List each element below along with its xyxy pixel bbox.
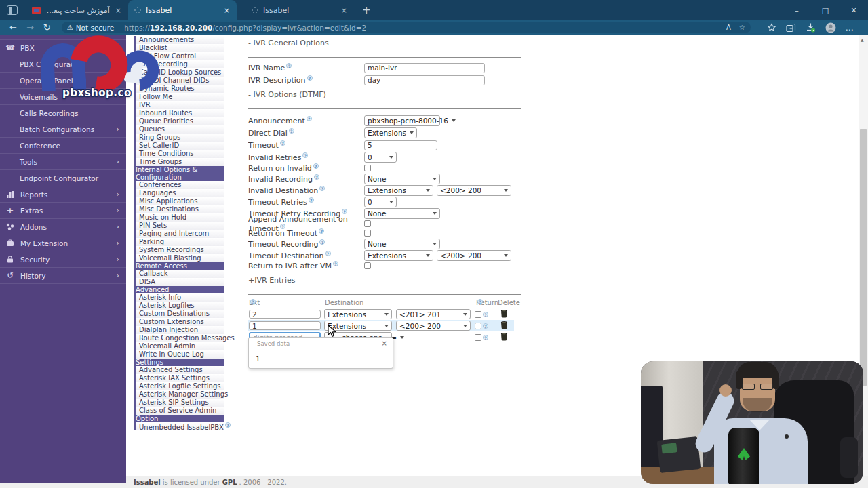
entry-return-checkbox[interactable] (475, 311, 481, 318)
minimize-button[interactable]: – (783, 6, 811, 15)
help-icon[interactable] (280, 140, 285, 146)
help-icon[interactable] (307, 75, 313, 81)
menu-item-pin-sets[interactable]: PIN Sets (134, 222, 224, 230)
tab-close-icon[interactable]: × (222, 6, 231, 15)
menu-item-queue-priorities[interactable]: Queue Priorities (134, 117, 224, 125)
help-icon[interactable] (289, 128, 294, 134)
saved-data-item[interactable]: 1 (256, 355, 260, 363)
sidebar-item-voicemails[interactable]: Voicemails (0, 89, 126, 105)
close-button[interactable]: ✕ (840, 6, 868, 15)
new-tab-button[interactable]: + (362, 4, 371, 16)
menu-item-asterisk-info[interactable]: Asterisk Info (134, 293, 224, 302)
menu-item-music-on-hold[interactable]: Music on Hold (134, 214, 224, 222)
help-icon[interactable] (342, 209, 347, 214)
menu-item-blacklist[interactable]: Blacklist (134, 44, 224, 52)
settings-menu-icon[interactable]: … (846, 23, 854, 33)
scrollbar-up-arrow[interactable]: ▲ (861, 37, 864, 42)
menu-item-system-recordings[interactable]: System Recordings (134, 246, 224, 254)
browser-tab-youtube[interactable]: آموزش ساخت پیغام تلفن گویا با نر × (26, 0, 128, 20)
tab-actions-icon[interactable] (7, 5, 18, 15)
sidebar-item-pbx-configuration[interactable]: PBX Configuration (0, 56, 126, 73)
menu-item-conferences[interactable]: Conferences (134, 181, 224, 189)
help-icon[interactable] (309, 197, 314, 203)
entry-target-select[interactable]: <201> 201 (396, 309, 471, 319)
menu-item-asterisk-iax-settings[interactable]: Asterisk IAX Settings (134, 374, 224, 382)
menu-item-disa[interactable]: DISA (134, 278, 224, 286)
back-button[interactable]: ← (9, 22, 17, 33)
sidebar-item-batch-configurations[interactable]: Batch Configurations › (0, 121, 126, 138)
timeout-retry-recording-select[interactable]: None (364, 208, 440, 219)
menu-item-voicemail-admin[interactable]: Voicemail Admin (134, 342, 224, 350)
sidebar-item-calls-recordings[interactable]: Calls Recordings (0, 105, 126, 121)
help-icon[interactable] (319, 239, 325, 245)
menu-item-languages[interactable]: Languages (134, 189, 224, 197)
favorites-star-icon[interactable]: ☆ (739, 24, 745, 31)
timeout-destination-type-select[interactable]: Extensions (364, 250, 433, 261)
announcement-select[interactable]: pbxshop-pcm-8000-16 (364, 115, 440, 126)
help-icon[interactable] (302, 152, 308, 158)
invalid-recording-select[interactable]: None (364, 174, 440, 184)
entry-return-checkbox[interactable] (475, 334, 481, 341)
sidebar-item-history[interactable]: ↺ History › (0, 268, 126, 284)
menu-item-unembedded-issabelpbx[interactable]: Unembedded IssabelPBX (134, 422, 224, 430)
help-icon[interactable] (286, 63, 292, 68)
timeout-recording-select[interactable]: None (364, 239, 440, 249)
browser-tab-issabel-active[interactable]: Issabel × (128, 0, 237, 20)
help-icon[interactable] (483, 312, 488, 317)
collections-icon[interactable] (767, 23, 776, 33)
scrollbar-thumb[interactable] (860, 129, 867, 386)
help-icon[interactable] (326, 251, 331, 256)
menu-item-dahdi-channel-dids[interactable]: DAHDI Channel DIDs (134, 77, 224, 85)
menu-item-follow-me[interactable]: Follow Me (134, 93, 224, 101)
forward-button[interactable]: → (26, 22, 34, 33)
return-on-timeout-checkbox[interactable] (364, 230, 371, 237)
return-to-ivr-checkbox[interactable] (364, 262, 371, 269)
entry-target-select[interactable]: <200> 200 (396, 321, 471, 331)
menu-item-callback[interactable]: Callback (134, 270, 224, 278)
security-label[interactable]: Not secure (76, 24, 115, 32)
invalid-destination-type-select[interactable]: Extensions (364, 185, 433, 196)
entry-return-checkbox[interactable] (475, 323, 481, 329)
menu-item-custom-destinations[interactable]: Custom Destinations (134, 310, 224, 318)
tab-close-icon[interactable]: × (114, 6, 123, 15)
help-icon[interactable] (319, 186, 325, 191)
invalid-destination-target-select[interactable]: <200> 200 (437, 185, 511, 196)
sidebar-item-addons[interactable]: Addons › (0, 219, 126, 235)
help-icon[interactable] (313, 163, 319, 169)
help-icon[interactable] (483, 335, 488, 340)
menu-item-class-of-service-admin[interactable]: Class of Service Admin (134, 407, 224, 415)
sidebar-item-pbx[interactable]: ☎ PBX (0, 40, 126, 56)
ivr-name-input[interactable] (364, 63, 485, 73)
menu-item-paging-and-intercom[interactable]: Paging and Intercom (134, 230, 224, 238)
menu-item-asterisk-logfiles[interactable]: Asterisk Logfiles (134, 302, 224, 310)
help-icon[interactable] (314, 174, 319, 180)
sidebar-item-fax[interactable]: Fax › (0, 35, 126, 40)
menu-item-custom-extensions[interactable]: Custom Extensions (134, 318, 224, 326)
menu-item-call-recording[interactable]: Call Recording (134, 60, 224, 68)
menu-item-write-in-queue-log[interactable]: Write in Queue Log (134, 350, 224, 359)
sidebar-item-my-extension[interactable]: My Extension › (0, 235, 126, 251)
sidebar-item-extras[interactable]: + Extras › (0, 203, 126, 219)
close-icon[interactable]: × (382, 340, 387, 347)
entry-ext-input[interactable] (249, 310, 321, 319)
menu-item-queues[interactable]: Queues (134, 125, 224, 134)
menu-item-advanced-settings[interactable]: Advanced Settings (134, 366, 224, 374)
menu-item-announcements[interactable]: Announcements (134, 36, 224, 44)
menu-item-asterisk-manager-settings[interactable]: Asterisk Manager Settings (134, 390, 224, 399)
read-aloud-icon[interactable]: A (726, 24, 731, 31)
maximize-button[interactable]: □ (811, 6, 840, 15)
menu-item-misc-applications[interactable]: Misc Applications (134, 197, 224, 205)
menu-item-ivr[interactable]: IVR (134, 101, 224, 109)
tab-close-icon[interactable]: × (340, 6, 349, 15)
help-icon[interactable] (250, 299, 256, 304)
menu-item-set-callerid[interactable]: Set CallerID (134, 142, 224, 150)
append-announcement-checkbox[interactable] (364, 220, 371, 227)
entry-destination-select[interactable]: Extensions (324, 309, 392, 319)
help-icon[interactable] (319, 228, 324, 234)
profile-avatar[interactable] (825, 22, 836, 33)
menu-item-callerid-lookup-sources[interactable]: CallerID Lookup Sources (134, 68, 224, 77)
sidebar-item-security[interactable]: Security › (0, 251, 126, 268)
menu-item-inbound-routes[interactable]: Inbound Routes (134, 109, 224, 117)
menu-item-time-groups[interactable]: Time Groups (134, 158, 224, 166)
help-icon[interactable] (477, 299, 483, 304)
